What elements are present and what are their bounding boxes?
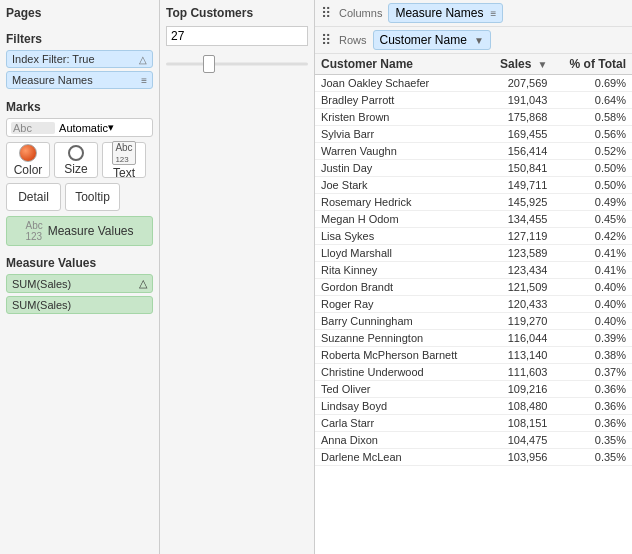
measure-values-pill[interactable]: Abc123 Measure Values [6,216,153,246]
customer-name-shelf-icon: ▼ [474,35,484,46]
tooltip-label: Tooltip [75,190,110,204]
table-header: Customer Name Sales ▼ % of Total [315,54,632,75]
top-customers-input[interactable] [166,26,308,46]
table-row: Joan Oakley Schaefer207,5690.69% [315,75,632,92]
sales-cell: 108,480 [485,398,553,415]
table-body: Joan Oakley Schaefer207,5690.69%Bradley … [315,75,632,466]
percent-cell: 0.56% [553,126,632,143]
table-row: Lisa Sykes127,1190.42% [315,228,632,245]
measure-values-pill-label: Abc123 [25,220,42,242]
table-row: Rita Kinney123,4340.41% [315,262,632,279]
marks-row2: Detail Tooltip [6,183,153,211]
customer-name-shelf-pill[interactable]: Customer Name ▼ [373,30,491,50]
percent-cell: 0.36% [553,415,632,432]
percent-cell: 0.35% [553,432,632,449]
customer-name-cell: Lisa Sykes [315,228,485,245]
slider-track [166,63,308,66]
percent-cell: 0.40% [553,296,632,313]
sales-cell: 149,711 [485,177,553,194]
customer-name-cell: Rosemary Hedrick [315,194,485,211]
percent-cell: 0.37% [553,364,632,381]
color-icon [19,144,37,162]
table-row: Warren Vaughn156,4140.52% [315,143,632,160]
header-row: Customer Name Sales ▼ % of Total [315,54,632,75]
tooltip-button[interactable]: Tooltip [65,183,120,211]
filters-section: Filters Index Filter: True △ Measure Nam… [6,32,153,92]
percent-cell: 0.58% [553,109,632,126]
color-button[interactable]: Color [6,142,50,178]
customers-table: Customer Name Sales ▼ % of Total Joan Oa… [315,54,632,466]
columns-label: Columns [339,7,382,19]
sum-sales-pill-2[interactable]: SUM(Sales) [6,296,153,314]
sales-cell: 120,433 [485,296,553,313]
sales-cell: 134,455 [485,211,553,228]
measure-names-filter-pill[interactable]: Measure Names ≡ [6,71,153,89]
col-customer-name-label: Customer Name [321,57,413,71]
columns-dots-icon: ⠿ [321,5,331,21]
slider-thumb[interactable] [203,55,215,73]
measure-names-shelf-pill[interactable]: Measure Names ≡ [388,3,503,23]
text-label: Text [113,166,135,180]
sales-cell: 191,043 [485,92,553,109]
marks-type-dropdown[interactable]: Abc Automatic ▾ [6,118,153,137]
measure-values-section: Measure Values SUM(Sales) △ SUM(Sales) [6,256,153,317]
sales-cell: 156,414 [485,143,553,160]
text-button[interactable]: Abc123 Text [102,142,146,178]
size-label: Size [64,162,87,176]
table-row: Bradley Parrott191,0430.64% [315,92,632,109]
measure-names-filter-label: Measure Names [12,74,93,86]
pages-section: Pages [6,6,153,24]
dropdown-chevron-icon: ▾ [108,121,148,134]
size-icon [68,145,84,161]
percent-cell: 0.39% [553,330,632,347]
sum-sales-pill-1[interactable]: SUM(Sales) △ [6,274,153,293]
index-filter-pill[interactable]: Index Filter: True △ [6,50,153,68]
sales-cell: 150,841 [485,160,553,177]
table-row: Megan H Odom134,4550.45% [315,211,632,228]
sales-cell: 119,270 [485,313,553,330]
customer-name-cell: Roberta McPherson Barnett [315,347,485,364]
slider-container [166,54,308,74]
customer-name-cell: Carla Starr [315,415,485,432]
sales-cell: 175,868 [485,109,553,126]
sales-cell: 207,569 [485,75,553,92]
measure-names-shelf-icon: ≡ [490,8,496,19]
col-sales-label: Sales [500,57,531,71]
table-row: Justin Day150,8410.50% [315,160,632,177]
table-row: Ted Oliver109,2160.36% [315,381,632,398]
percent-cell: 0.45% [553,211,632,228]
customer-name-cell: Megan H Odom [315,211,485,228]
sum-sales-label-1: SUM(Sales) [12,278,71,290]
right-panel: ⠿ Columns Measure Names ≡ ⠿ Rows Custome… [315,0,632,554]
percent-cell: 0.50% [553,177,632,194]
customer-name-cell: Gordon Brandt [315,279,485,296]
customer-name-cell: Justin Day [315,160,485,177]
percent-cell: 0.36% [553,398,632,415]
sales-cell: 123,434 [485,262,553,279]
percent-cell: 0.64% [553,92,632,109]
col-percent-label: % of Total [570,57,626,71]
customer-name-cell: Darlene McLean [315,449,485,466]
detail-button[interactable]: Detail [6,183,61,211]
color-label: Color [14,163,43,177]
sales-cell: 103,956 [485,449,553,466]
customer-name-cell: Lloyd Marshall [315,245,485,262]
sales-filter-icon: ▼ [538,59,548,70]
rows-dots-icon: ⠿ [321,32,331,48]
percent-cell: 0.42% [553,228,632,245]
table-row: Anna Dixon104,4750.35% [315,432,632,449]
pages-title: Pages [6,6,153,20]
sales-cell: 108,151 [485,415,553,432]
middle-panel: Top Customers [160,0,315,554]
percent-cell: 0.40% [553,313,632,330]
sales-cell: 113,140 [485,347,553,364]
measure-values-pill-text: Measure Values [48,224,134,238]
percent-cell: 0.38% [553,347,632,364]
table-row: Darlene McLean103,9560.35% [315,449,632,466]
index-filter-label: Index Filter: True [12,53,95,65]
customer-name-cell: Barry Cunningham [315,313,485,330]
size-button[interactable]: Size [54,142,98,178]
col-sales: Sales ▼ [485,54,553,75]
sales-cell: 111,603 [485,364,553,381]
marks-type-label: Automatic [59,122,108,134]
